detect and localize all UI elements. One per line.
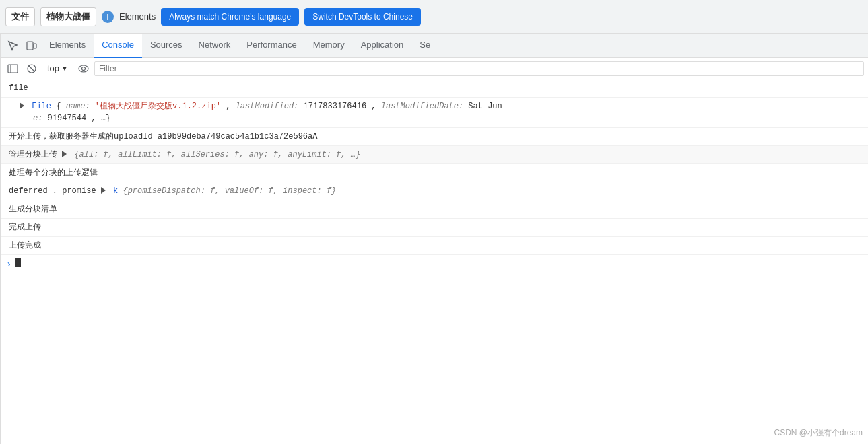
console-entry-upload-complete: 上传完成 (1, 237, 868, 255)
entry-chunk-list-text: 生成分块清单 (9, 205, 57, 214)
tab-sources[interactable]: Sources (142, 34, 191, 58)
entry-deferred-key: k (113, 186, 118, 196)
sidebar-toggle-icon[interactable] (5, 61, 21, 77)
console-entry-upload-done: 完成上传 (1, 219, 868, 237)
eye-icon[interactable] (75, 61, 92, 77)
tab-elements-label: Elements (49, 40, 86, 50)
prompt-cursor (15, 258, 21, 267)
entry-deferred-prefix: deferred (9, 186, 48, 196)
device-toolbar-icon[interactable] (22, 36, 41, 55)
entry-upload-done-text: 完成上传 (9, 223, 41, 232)
csdn-watermark: CSDN @小强有个dream (774, 427, 863, 439)
tab-memory[interactable]: Memory (305, 34, 353, 58)
devtools-panel: Elements Console Sources Network Perform… (0, 34, 868, 444)
console-entry-chunk-logic: 处理每个分块的上传逻辑 (1, 164, 868, 182)
entry-comma2: , (371, 102, 380, 111)
tab-elements[interactable]: Elements (41, 34, 94, 58)
entry-file-brace-open: { (56, 102, 61, 111)
always-match-button[interactable]: Always match Chrome's language (161, 8, 299, 26)
tab-network-label: Network (199, 40, 231, 50)
entry-upload-start-text: 开始上传，获取服务器生成的uploadId a19b99deba749cac54… (9, 132, 317, 141)
inspect-icon[interactable] (3, 36, 22, 55)
arrow-icon-file[interactable] (20, 102, 24, 109)
entry-chunk-prefix: 管理分块上传 (9, 150, 62, 159)
console-entry-file-obj: File { name: '植物大战僵尸杂交版v.1.2.zip' , last… (1, 98, 868, 128)
entry-deferred-obj: {promiseDispatch: f, valueOf: f, inspect… (123, 186, 336, 196)
browser-bar: 文件 植物大战僵 i Elements Always match Chrome'… (0, 0, 868, 34)
filter-input[interactable] (94, 61, 864, 76)
entry-deferred-promise: promise (62, 186, 101, 196)
switch-to-chinese-button[interactable]: Switch DevTools to Chinese (304, 8, 421, 26)
entry-lastmod-value: 1717833176416 (304, 102, 367, 111)
file-label: 文件 (5, 7, 35, 26)
tab-more[interactable]: Se (411, 34, 438, 58)
entry-file-name-key: name: (66, 102, 90, 111)
entry-chunk-logic-text: 处理每个分块的上传逻辑 (9, 168, 98, 178)
tab-application-label: Application (361, 40, 404, 50)
svg-rect-2 (8, 65, 18, 73)
svg-line-5 (29, 65, 35, 71)
console-entry-deferred: deferred . promise k {promiseDispatch: f… (1, 182, 868, 200)
tab-application[interactable]: Application (353, 34, 412, 58)
context-selector[interactable]: top ▼ (42, 61, 73, 75)
console-toolbar: top ▼ (1, 58, 868, 79)
tab-network[interactable]: Network (191, 34, 239, 58)
tab-more-label: Se (420, 40, 430, 50)
svg-rect-1 (34, 44, 36, 48)
entry-lastmoddate-key: lastModifiedDate: (381, 102, 463, 111)
page-title: 植物大战僵 (40, 7, 96, 26)
svg-point-7 (81, 67, 85, 70)
tab-performance-label: Performance (246, 40, 296, 50)
devtools: Elements Console Sources Network Perform… (0, 34, 868, 444)
console-output: file File { name: '植物大战僵尸杂交版v.1.2.zip' ,… (1, 79, 868, 444)
console-entry-upload-start: 开始上传，获取服务器生成的uploadId a19b99deba749cac54… (1, 128, 868, 146)
console-entry-file: file (1, 79, 868, 98)
entry-lastmod-key: lastModified: (236, 102, 299, 111)
entry-upload-complete-text: 上传完成 (9, 241, 41, 250)
prompt-arrow-icon: › (6, 258, 11, 272)
clear-console-icon[interactable] (24, 61, 40, 77)
svg-point-6 (79, 65, 88, 72)
console-prompt[interactable]: › (1, 255, 868, 274)
entry-chunk-obj: {all: f, allLimit: f, allSeries: f, any:… (74, 150, 360, 159)
entry-size-key: e: 91947544 , …} (20, 114, 110, 123)
entry-deferred-dot: . (53, 186, 57, 196)
tab-performance[interactable]: Performance (238, 34, 304, 58)
entry-file-name-value: '植物大战僵尸杂交版v.1.2.zip' (95, 102, 221, 111)
entry-lastmoddate-value: Sat Jun (468, 102, 502, 111)
entry-text-file: file (9, 83, 28, 93)
arrow-icon-deferred[interactable] (101, 187, 106, 194)
tab-memory-label: Memory (313, 40, 345, 50)
entry-comma1: , (226, 102, 235, 111)
arrow-icon-chunk[interactable] (62, 151, 67, 157)
context-dropdown-icon: ▼ (61, 65, 68, 72)
tab-sources-label: Sources (150, 40, 182, 50)
svg-rect-0 (27, 42, 33, 50)
devtools-tab-bar: Elements Console Sources Network Perform… (1, 34, 868, 58)
context-value: top (47, 63, 59, 73)
entry-file-label: File (32, 102, 51, 111)
tab-console-label: Console (102, 40, 134, 50)
info-icon: i (102, 11, 114, 23)
console-entry-chunk-manage: 管理分块上传 {all: f, allLimit: f, allSeries: … (1, 146, 868, 164)
console-entry-chunk-list: 生成分块清单 (1, 200, 868, 219)
notification-text: Elements (119, 11, 156, 22)
tab-console[interactable]: Console (94, 34, 142, 58)
